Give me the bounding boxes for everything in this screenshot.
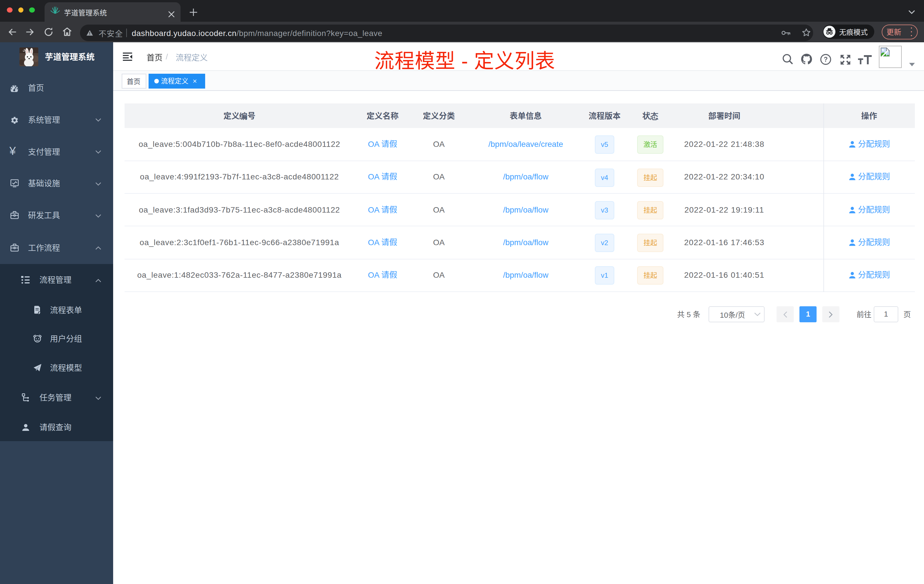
svg-text:?: ? <box>824 56 828 63</box>
